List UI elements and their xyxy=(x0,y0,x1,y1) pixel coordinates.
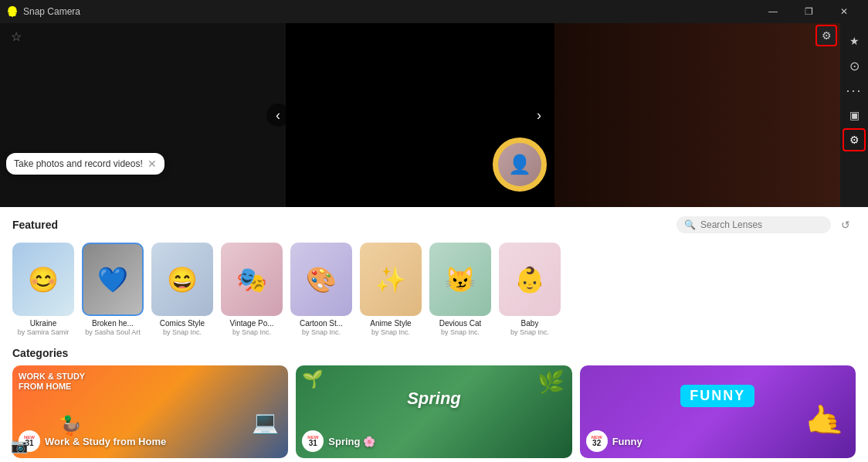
lens-thumb-img: 🎭 xyxy=(221,243,283,316)
lens-thumb-img: ✨ xyxy=(360,243,422,316)
active-lens-preview: 👤 xyxy=(493,138,547,199)
camera-sidebar-icon: ⊙ xyxy=(849,59,860,73)
work-deco-text: WORK & STUDYFROM HOME xyxy=(19,372,85,392)
sidebar-gallery-button[interactable]: ▣ xyxy=(843,104,866,127)
funny-label-area: NEW 32 Funny xyxy=(586,430,849,452)
work-cat-name: Work & Study from Home xyxy=(45,436,166,447)
lens-name: Anime Style xyxy=(370,319,411,328)
maximize-button[interactable]: ❐ xyxy=(791,0,826,23)
lens-thumb-img: 😼 xyxy=(429,243,491,316)
funny-cat-name: Funny xyxy=(612,436,643,447)
lens-item[interactable]: 💙Broken he...by Sasha Soul Art xyxy=(82,243,144,336)
lens-carousel: 😊Ukraineby Samira Samir💙Broken he...by S… xyxy=(0,239,868,344)
lens-name: Comics Style xyxy=(160,319,205,328)
search-input[interactable] xyxy=(700,219,823,230)
title-bar-left: Snap Camera xyxy=(6,5,80,18)
active-lens-ghost: 👤 xyxy=(493,138,547,192)
app-title: Snap Camera xyxy=(23,6,80,17)
lens-creator: by Samira Samir xyxy=(18,328,70,336)
lens-name: Ukraine xyxy=(30,319,56,328)
spring-cat-name: Spring 🌸 xyxy=(328,436,375,447)
lens-thumb-img: 😊 xyxy=(12,243,74,316)
camera-right-panel xyxy=(554,23,840,207)
close-button[interactable]: ✕ xyxy=(826,0,862,23)
lens-thumb-img: 💙 xyxy=(83,244,142,314)
funny-count-badge: NEW 32 xyxy=(586,430,608,452)
lens-thumb-img: 👶 xyxy=(499,243,561,316)
more-icon: ··· xyxy=(846,83,862,99)
settings-sidebar-icon: ⚙ xyxy=(849,134,860,146)
spring-count-badge: NEW 31 xyxy=(302,430,324,452)
lens-creator: by Snap Inc. xyxy=(232,328,271,336)
minimize-button[interactable]: — xyxy=(755,0,791,23)
spring-count: 31 xyxy=(309,440,317,447)
camera-prev-button[interactable]: ‹ xyxy=(266,104,290,127)
work-label-area: NEW 31 Work & Study from Home xyxy=(19,430,282,452)
spring-label-area: NEW 31 Spring 🌸 xyxy=(302,430,565,452)
lens-name: Broken he... xyxy=(92,319,134,328)
category-card-funny[interactable]: FUNNY 🤙 NEW 32 Funny xyxy=(580,365,856,458)
bottom-panel: Featured 🔍 ↺ 😊Ukraineby Samira Samir💙Bro… xyxy=(0,207,868,462)
featured-title: Featured xyxy=(12,219,58,231)
sidebar-camera-button[interactable]: ⊙ xyxy=(843,54,866,77)
lens-item[interactable]: 👶Babyby Snap Inc. xyxy=(499,243,561,336)
category-card-work[interactable]: WORK & STUDYFROM HOME 🦆 💻 NEW 31 Work & … xyxy=(12,365,288,458)
sidebar-settings-button[interactable]: ⚙ xyxy=(843,128,866,151)
lens-name: Devious Cat xyxy=(439,319,481,328)
lens-thumb-img: 🎨 xyxy=(290,243,352,316)
snap-logo-icon xyxy=(6,5,19,18)
lens-name: Vintage Po... xyxy=(229,319,273,328)
title-bar-controls: — ❐ ✕ xyxy=(755,0,862,23)
camera-area: ‹ › 👤 xyxy=(0,23,840,207)
favorites-button[interactable]: ☆ xyxy=(11,29,22,44)
star-sidebar-icon: ★ xyxy=(849,35,860,47)
gear-icon: ⚙ xyxy=(822,29,832,42)
spring-leaves-icon: 🌿 xyxy=(537,369,565,395)
lens-creator: by Snap Inc. xyxy=(371,328,410,336)
top-gear-button[interactable]: ⚙ xyxy=(815,25,837,46)
search-icon: 🔍 xyxy=(684,219,696,230)
categories-title: Categories xyxy=(0,344,868,365)
lens-item[interactable]: 🎭Vintage Po...by Snap Inc. xyxy=(221,243,283,336)
lens-item[interactable]: 😊Ukraineby Samira Samir xyxy=(12,243,74,336)
categories-grid: WORK & STUDYFROM HOME 🦆 💻 NEW 31 Work & … xyxy=(0,365,868,462)
spring-flower-icon: 🌱 xyxy=(302,369,323,389)
lens-item[interactable]: 🎨Cartoon St...by Snap Inc. xyxy=(290,243,352,336)
featured-header: Featured 🔍 ↺ xyxy=(0,207,868,239)
spring-text: Spring xyxy=(407,389,461,409)
active-lens-face: 👤 xyxy=(498,143,541,186)
lens-creator: by Snap Inc. xyxy=(163,328,202,336)
lens-item[interactable]: 😼Devious Catby Snap Inc. xyxy=(429,243,491,336)
lens-creator: by Snap Inc. xyxy=(510,328,549,336)
lens-creator: by Snap Inc. xyxy=(441,328,480,336)
search-bar[interactable]: 🔍 xyxy=(676,216,831,233)
funny-text: FUNNY xyxy=(680,385,754,407)
tooltip-bar: Take photos and record videos! ✕ xyxy=(6,153,164,175)
lens-creator: by Sasha Soul Art xyxy=(85,328,141,336)
lens-thumb-img: 😄 xyxy=(151,243,213,316)
title-bar: Snap Camera — ❐ ✕ xyxy=(0,0,868,23)
tooltip-text: Take photos and record videos! xyxy=(14,158,143,169)
gallery-sidebar-icon: ▣ xyxy=(849,109,860,121)
camera-left-panel xyxy=(0,23,286,207)
lens-name: Baby xyxy=(521,319,539,328)
history-button[interactable]: ↺ xyxy=(836,215,856,235)
sidebar-more-button[interactable]: ··· xyxy=(843,79,866,102)
tooltip-close-button[interactable]: ✕ xyxy=(147,158,157,170)
sidebar-star-button[interactable]: ★ xyxy=(843,29,866,53)
category-card-spring[interactable]: 🌿 🌱 Spring NEW 31 Spring 🌸 xyxy=(296,365,571,458)
history-icon: ↺ xyxy=(841,219,850,231)
lens-item[interactable]: 😄Comics Styleby Snap Inc. xyxy=(151,243,213,336)
lens-item[interactable]: ✨Anime Styleby Snap Inc. xyxy=(360,243,422,336)
funny-count: 32 xyxy=(592,440,601,447)
lens-creator: by Snap Inc. xyxy=(302,328,341,336)
camera-next-button[interactable]: › xyxy=(527,104,551,127)
lens-name: Cartoon St... xyxy=(300,319,343,328)
right-sidebar: ★ ⊙ ··· ▣ ⚙ xyxy=(840,23,868,207)
camera-button[interactable]: 📷 xyxy=(11,437,28,454)
